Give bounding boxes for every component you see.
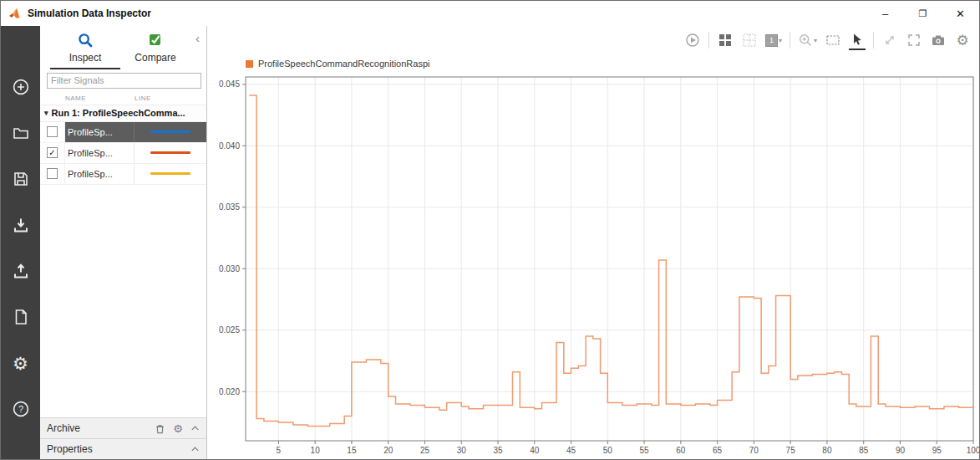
window-body: ⚙ ? Inspect — [1, 26, 979, 459]
properties-collapse-icon[interactable] — [190, 446, 200, 452]
layout-value: 1 — [765, 34, 778, 47]
svg-text:20: 20 — [383, 446, 394, 455]
signal-checkbox[interactable] — [47, 168, 58, 179]
svg-text:85: 85 — [859, 446, 869, 455]
left-toolbar-rail: ⚙ ? — [1, 26, 40, 459]
subplot-grid-icon[interactable] — [741, 30, 758, 50]
svg-text:5: 5 — [277, 446, 282, 455]
help-icon[interactable]: ? — [10, 398, 32, 420]
zoom-region-icon[interactable] — [825, 30, 841, 50]
step-line-chart: 5101520253035404550556065707580859095100… — [207, 73, 979, 459]
magnifier-icon — [78, 33, 93, 50]
add-icon[interactable] — [10, 76, 32, 98]
svg-text:95: 95 — [932, 446, 942, 455]
maximize-button[interactable]: ❐ — [904, 1, 942, 26]
toolbar-separator — [708, 32, 709, 49]
chevron-down-icon: ▾ — [814, 37, 817, 44]
signal-line-cell — [135, 164, 206, 184]
archive-bar[interactable]: Archive ⚙ — [40, 417, 206, 438]
archive-label: Archive — [47, 422, 80, 434]
open-folder-icon[interactable] — [10, 122, 32, 144]
signal-checkbox[interactable]: ✓ — [47, 147, 58, 158]
svg-text:50: 50 — [603, 446, 613, 455]
signal-line-swatch — [150, 130, 190, 133]
svg-text:55: 55 — [640, 446, 650, 455]
svg-text:0.035: 0.035 — [219, 202, 240, 212]
tab-inspect-label: Inspect — [69, 52, 102, 64]
chart-toolbar: 1 ▾ ▾ — [207, 26, 979, 54]
signal-name: ProfileSp... — [65, 164, 135, 184]
table-row[interactable]: ✓ ProfileSp... — [40, 143, 206, 164]
svg-text:0.025: 0.025 — [219, 325, 240, 335]
signal-line-swatch — [150, 172, 190, 175]
table-row[interactable]: ProfileSp... — [40, 122, 206, 143]
signal-name: ProfileSp... — [65, 143, 135, 163]
toolbar-separator — [790, 32, 790, 49]
window-controls: – ❐ ✕ — [866, 1, 979, 26]
svg-text:35: 35 — [493, 446, 503, 455]
save-icon[interactable] — [10, 168, 32, 190]
properties-bar[interactable]: Properties — [40, 438, 206, 459]
layout-grid-icon[interactable] — [717, 30, 734, 50]
signals-table-header: NAME LINE — [40, 93, 206, 105]
svg-text:0.020: 0.020 — [219, 387, 240, 396]
svg-text:10: 10 — [311, 446, 321, 455]
filter-signals-input[interactable] — [47, 73, 201, 89]
signal-line-cell — [135, 122, 206, 142]
tab-compare[interactable]: Compare — [120, 30, 190, 69]
matlab-logo-icon — [8, 7, 22, 20]
snapshot-camera-icon[interactable] — [930, 30, 947, 50]
legend-label: ProfileSpeechCommandRecognitionRaspi — [258, 59, 429, 69]
svg-text:65: 65 — [713, 446, 723, 455]
signals-sidebar: Inspect Compare ‹ NAM — [40, 26, 207, 459]
expand-diagonal-icon[interactable] — [881, 30, 898, 50]
svg-text:70: 70 — [749, 446, 759, 455]
svg-text:60: 60 — [676, 446, 686, 455]
signal-line-cell — [135, 143, 206, 163]
filter-row — [40, 69, 206, 93]
signal-checkbox[interactable] — [47, 126, 58, 137]
svg-text:0.040: 0.040 — [219, 141, 240, 151]
collapse-sidebar-icon[interactable]: ‹ — [190, 30, 205, 46]
svg-text:30: 30 — [457, 446, 467, 455]
trash-icon[interactable] — [155, 423, 165, 434]
pointer-icon[interactable] — [849, 30, 866, 50]
sidebar-empty-space — [40, 185, 206, 418]
playback-icon[interactable] — [684, 30, 701, 50]
settings-gear-icon[interactable]: ⚙ — [954, 30, 971, 50]
svg-text:?: ? — [18, 404, 23, 414]
simulation-data-inspector-window: Simulation Data Inspector – ❐ ✕ — [0, 0, 980, 460]
svg-text:45: 45 — [566, 446, 576, 455]
window-title: Simulation Data Inspector — [28, 8, 151, 19]
legend-swatch — [246, 60, 253, 68]
properties-label: Properties — [47, 443, 93, 455]
signal-line-swatch — [150, 151, 190, 154]
layout-dropdown[interactable]: 1 ▾ — [765, 30, 782, 50]
archive-collapse-icon[interactable] — [190, 425, 200, 432]
minimize-button[interactable]: – — [866, 1, 904, 26]
preferences-gear-icon[interactable]: ⚙ — [10, 352, 32, 374]
column-header-line: LINE — [135, 95, 206, 102]
signal-list: ProfileSp... ✓ ProfileSp... ProfileSp... — [40, 122, 206, 185]
fit-to-view-icon[interactable] — [906, 30, 922, 50]
chart-canvas[interactable]: 5101520253035404550556065707580859095100… — [207, 73, 979, 459]
svg-text:25: 25 — [420, 446, 430, 455]
titlebar: Simulation Data Inspector – ❐ ✕ — [1, 1, 979, 26]
table-row[interactable]: ProfileSp... — [40, 164, 206, 185]
export-icon[interactable] — [10, 260, 32, 282]
compare-check-icon — [148, 33, 163, 50]
new-report-icon[interactable] — [10, 306, 32, 328]
svg-text:90: 90 — [896, 446, 906, 455]
import-icon[interactable] — [10, 214, 32, 236]
svg-text:0.030: 0.030 — [219, 264, 240, 273]
svg-text:80: 80 — [822, 446, 832, 455]
close-button[interactable]: ✕ — [942, 1, 979, 26]
signal-name: ProfileSp... — [65, 122, 135, 142]
tab-inspect[interactable]: Inspect — [50, 30, 120, 69]
archive-gear-icon[interactable]: ⚙ — [173, 423, 183, 434]
zoom-in-icon[interactable]: ▾ — [798, 30, 817, 50]
svg-text:75: 75 — [786, 446, 796, 455]
svg-text:100: 100 — [967, 446, 979, 455]
run-group-row[interactable]: ▾ Run 1: ProfileSpeechComma... — [40, 105, 206, 122]
sidebar-tabs: Inspect Compare ‹ — [40, 26, 206, 69]
